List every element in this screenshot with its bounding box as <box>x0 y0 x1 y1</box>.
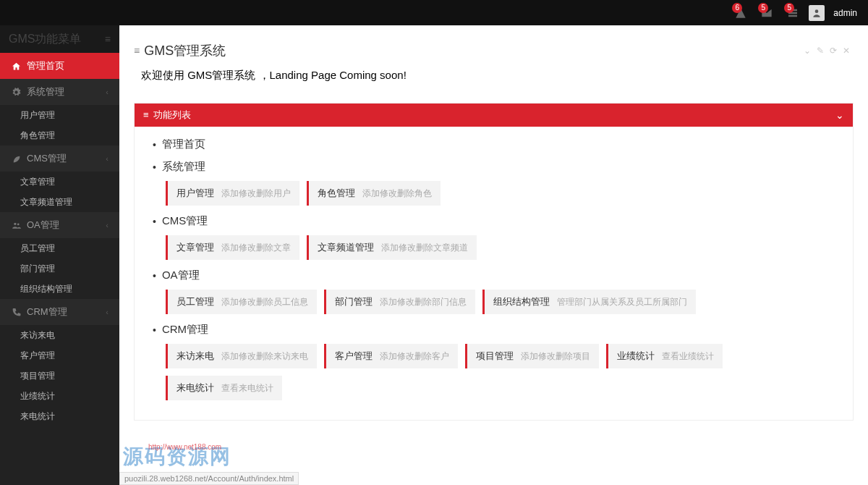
sidebar-subitem[interactable]: 来电统计 <box>0 406 119 426</box>
feature-row: 员工管理添加修改删除员工信息部门管理添加修改删除部门信息组织结构管理管理部门从属… <box>166 290 835 314</box>
sidebar-category[interactable]: CMS管理‹ <box>0 146 119 172</box>
feature-item-desc: 添加修改删除客户 <box>380 350 449 363</box>
collapse-icon[interactable]: ⌄ <box>804 46 811 56</box>
refresh-icon[interactable]: ⟳ <box>830 46 837 56</box>
watermark-text: 源码资源网 <box>123 443 231 471</box>
feature-panel-body: 管理首页系统管理用户管理添加修改删除用户角色管理添加修改删除角色CMS管理文章管… <box>135 127 853 420</box>
feature-item[interactable]: 来访来电添加修改删除来访来电 <box>166 344 317 368</box>
menu-toggle-icon[interactable]: ≡ <box>105 25 111 53</box>
feature-item-desc: 添加修改删除部门信息 <box>380 296 467 308</box>
phone-icon <box>11 308 21 317</box>
sidebar-item-label: 系统管理 <box>27 79 64 105</box>
feature-item-desc: 添加修改删除员工信息 <box>221 296 308 308</box>
watermark-url: http://www.net188.com <box>148 443 221 451</box>
feature-section: 管理首页 <box>153 138 835 151</box>
feature-section-title: OA管理 <box>153 269 835 282</box>
list-icon: ≡ <box>134 45 140 56</box>
badge-count: 5 <box>758 3 768 13</box>
chevron-down-icon[interactable]: ⌄ <box>835 104 844 127</box>
feature-section-title: CMS管理 <box>153 214 835 228</box>
feature-section-title: 系统管理 <box>153 160 835 174</box>
sidebar-subitem[interactable]: 项目管理 <box>0 366 119 386</box>
sidebar-item-label: 管理首页 <box>27 53 64 79</box>
avatar[interactable] <box>809 5 825 21</box>
feature-item-desc: 查看来电统计 <box>221 382 273 395</box>
sidebar-subitem[interactable]: 文章频道管理 <box>0 192 119 212</box>
gear-icon <box>11 88 21 97</box>
sidebar-subitem[interactable]: 来访来电 <box>0 325 119 345</box>
sidebar-item-home[interactable]: 管理首页 <box>0 53 119 79</box>
content-area: ≡ GMS管理系统 ⌄ ✎ ⟳ ✕ 欢迎使用 GMS管理系统 ，Landing … <box>119 25 868 485</box>
svg-point-2 <box>17 223 19 225</box>
feature-item-name: 客户管理 <box>335 350 373 363</box>
notification-warning[interactable]: 6 <box>731 3 751 23</box>
feature-panel: ≡ 功能列表 ⌄ 管理首页系统管理用户管理添加修改删除用户角色管理添加修改删除角… <box>134 103 854 421</box>
feature-panel-title: 功能列表 <box>153 104 191 127</box>
sidebar-title: GMS功能菜单 ≡ <box>0 25 119 53</box>
feature-item-desc: 添加修改删除来访来电 <box>221 350 308 363</box>
feature-item-name: 角色管理 <box>318 187 355 200</box>
sidebar-category[interactable]: OA管理‹ <box>0 212 119 238</box>
sidebar-subitem[interactable]: 客户管理 <box>0 345 119 366</box>
feature-item-name: 文章管理 <box>176 241 214 254</box>
sidebar-subitem[interactable]: 角色管理 <box>0 125 119 146</box>
sidebar-subitem[interactable]: 业绩统计 <box>0 386 119 406</box>
sidebar-subitem[interactable]: 文章管理 <box>0 172 119 192</box>
topbar: 6 5 5 admin <box>0 0 868 25</box>
feature-item[interactable]: 项目管理添加修改删除项目 <box>465 344 599 368</box>
sidebar-title-text: GMS功能菜单 <box>9 25 81 53</box>
feature-item-desc: 添加修改删除文章 <box>221 242 291 254</box>
feature-item-name: 用户管理 <box>176 187 214 200</box>
feature-item[interactable]: 用户管理添加修改删除用户 <box>166 181 299 206</box>
feature-item[interactable]: 角色管理添加修改删除角色 <box>307 181 441 206</box>
sidebar-subitem[interactable]: 员工管理 <box>0 238 119 258</box>
sidebar-item-label: OA管理 <box>27 212 59 238</box>
feature-item[interactable]: 文章频道管理添加修改删除文章频道 <box>307 235 477 260</box>
feature-panel-header[interactable]: ≡ 功能列表 ⌄ <box>135 104 853 127</box>
sidebar-subitem[interactable]: 用户管理 <box>0 105 119 125</box>
badge-count: 5 <box>784 3 794 13</box>
home-icon <box>11 62 21 71</box>
chevron-left-icon: ‹ <box>106 212 109 238</box>
sidebar-category[interactable]: 系统管理‹ <box>0 79 119 105</box>
sidebar-subitem[interactable]: 组织结构管理 <box>0 279 119 299</box>
list-icon: ≡ <box>143 104 149 127</box>
feature-section-title: CRM管理 <box>153 323 835 337</box>
feature-item-name: 来电统计 <box>176 381 214 395</box>
svg-point-0 <box>815 9 819 13</box>
feature-item[interactable]: 业绩统计查看业绩统计 <box>606 344 723 368</box>
users-icon <box>11 221 21 230</box>
feature-section: CMS管理文章管理添加修改删除文章文章频道管理添加修改删除文章频道 <box>153 214 835 260</box>
feature-item-name: 业绩统计 <box>617 350 655 363</box>
feature-item-name: 项目管理 <box>476 350 514 363</box>
edit-icon[interactable]: ✎ <box>817 46 824 56</box>
page-title: GMS管理系统 <box>144 42 226 59</box>
feature-item[interactable]: 员工管理添加修改删除员工信息 <box>166 290 317 314</box>
close-icon[interactable]: ✕ <box>843 46 850 56</box>
feature-item-name: 员工管理 <box>176 295 214 308</box>
chevron-left-icon: ‹ <box>106 79 109 105</box>
feature-item[interactable]: 客户管理添加修改删除客户 <box>324 344 458 368</box>
leaf-icon <box>11 154 21 164</box>
feature-item[interactable]: 文章管理添加修改删除文章 <box>166 235 299 260</box>
feature-item[interactable]: 组织结构管理管理部门从属关系及员工所属部门 <box>482 290 696 314</box>
feature-item-desc: 添加修改删除角色 <box>362 187 432 200</box>
feature-item-desc: 添加修改删除文章频道 <box>381 242 468 254</box>
sidebar: GMS功能菜单 ≡ 管理首页系统管理‹用户管理角色管理CMS管理‹文章管理文章频… <box>0 25 119 485</box>
username-label[interactable]: admin <box>833 8 857 18</box>
feature-item[interactable]: 来电统计查看来电统计 <box>166 376 282 400</box>
status-bar: puozili.28.web1268.net/Account/Auth/inde… <box>119 472 299 485</box>
user-icon <box>812 8 822 18</box>
title-panel: ≡ GMS管理系统 ⌄ ✎ ⟳ ✕ 欢迎使用 GMS管理系统 ，Landing … <box>127 38 861 88</box>
sidebar-category[interactable]: CRM管理‹ <box>0 299 119 325</box>
badge-count: 6 <box>732 3 742 13</box>
feature-item-name: 部门管理 <box>335 295 373 308</box>
notification-task[interactable]: 5 <box>783 3 803 23</box>
notification-mail[interactable]: 5 <box>757 3 777 23</box>
feature-row: 文章管理添加修改删除文章文章频道管理添加修改删除文章频道 <box>166 235 835 260</box>
feature-item[interactable]: 部门管理添加修改删除部门信息 <box>324 290 475 314</box>
sidebar-subitem[interactable]: 部门管理 <box>0 258 119 279</box>
feature-item-desc: 添加修改删除用户 <box>221 187 291 200</box>
feature-item-desc: 添加修改删除项目 <box>521 350 590 363</box>
sidebar-item-label: CRM管理 <box>27 299 67 325</box>
